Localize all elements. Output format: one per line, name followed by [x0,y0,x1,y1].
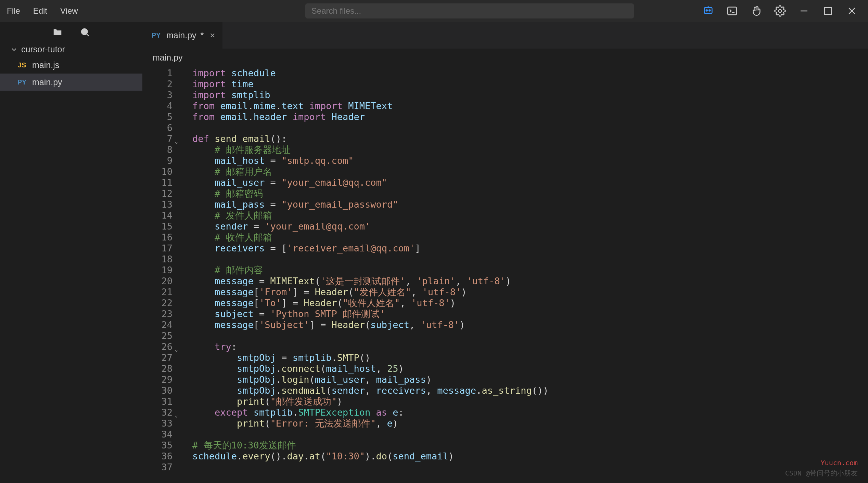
title-icons [702,5,858,17]
close-icon[interactable] [846,5,858,17]
file-badge: PY [16,78,28,86]
terminal-icon[interactable] [726,5,738,17]
search-icon[interactable] [80,27,90,37]
sidebar: cursor-tutor JSmain.jsPYmain.py [0,22,142,483]
svg-rect-4 [728,7,737,15]
code-content[interactable]: import scheduleimport timeimport smtplib… [183,66,868,483]
menu-file[interactable]: File [7,6,20,16]
breadcrumb[interactable]: main.py [142,49,868,66]
menu-edit[interactable]: Edit [33,6,47,16]
svg-point-10 [81,29,88,35]
tab-bar: PY main.py * × [142,22,868,49]
tab-main-py[interactable]: PY main.py * × [142,22,222,49]
clap-icon[interactable] [750,5,762,17]
file-name: main.js [32,60,59,70]
tab-dirty-indicator: * [201,30,204,40]
folder-icon[interactable] [52,27,63,37]
titlebar: File Edit View [0,0,868,22]
menu-bar: File Edit View [7,6,78,16]
file-item-main-js[interactable]: JSmain.js [0,56,142,74]
project-root[interactable]: cursor-tutor [0,42,142,56]
search-input[interactable] [311,6,628,16]
main-area: cursor-tutor JSmain.jsPYmain.py PY main.… [0,22,868,483]
chevron-down-icon [10,46,18,53]
code-editor[interactable]: 1234567⌄89101112131415161718192021222324… [142,66,868,483]
line-gutter: 1234567⌄89101112131415161718192021222324… [142,66,183,483]
tab-close-icon[interactable]: × [210,30,215,41]
maximize-icon[interactable] [822,5,834,17]
file-badge: PY [150,31,162,39]
gear-icon[interactable] [774,5,786,17]
watermark-domain: Yuucn.com [785,458,858,468]
watermark-author: CSDN @带问号的小朋友 [785,468,858,478]
watermarks: Yuucn.com CSDN @带问号的小朋友 [785,458,858,478]
minimize-icon[interactable] [798,5,810,17]
svg-line-11 [87,34,89,36]
menu-view[interactable]: View [60,6,78,16]
svg-rect-0 [704,8,712,13]
tab-filename: main.py [166,30,196,40]
file-badge: JS [16,61,28,69]
svg-point-1 [706,10,707,11]
svg-point-5 [779,10,782,13]
svg-rect-7 [825,8,831,14]
sidebar-toolbar [0,22,142,42]
search-box[interactable] [305,3,634,18]
file-item-main-py[interactable]: PYmain.py [0,74,142,91]
ai-chat-icon[interactable] [702,5,714,17]
file-name: main.py [32,77,62,87]
project-name: cursor-tutor [21,44,65,54]
editor-area: PY main.py * × main.py 1234567⌄891011121… [142,22,868,483]
svg-point-2 [709,10,710,11]
